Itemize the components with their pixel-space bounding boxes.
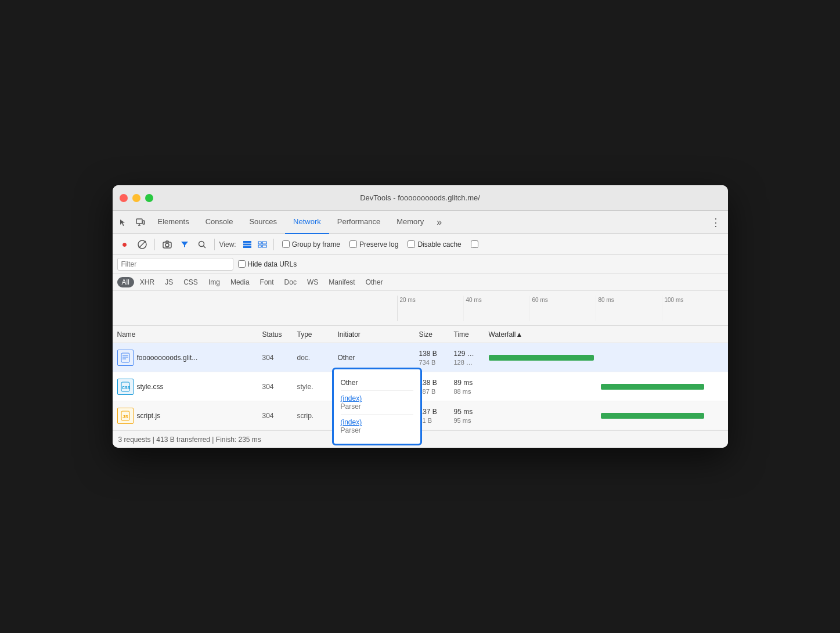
- row-2-status: 304: [258, 383, 293, 391]
- row-3-time: 95 ms 95 ms: [449, 408, 484, 424]
- resource-type-font[interactable]: Font: [255, 277, 279, 287]
- more-tabs-button[interactable]: »: [432, 217, 446, 228]
- tab-network[interactable]: Network: [285, 211, 329, 234]
- row-1-icon: [117, 350, 134, 366]
- col-header-size[interactable]: Size: [414, 330, 449, 339]
- svg-point-7: [165, 243, 169, 247]
- initiator-2-main[interactable]: (index): [341, 394, 413, 402]
- maximize-button[interactable]: [145, 194, 153, 202]
- ruler-100ms: 100 ms: [662, 296, 728, 321]
- resource-type-media[interactable]: Media: [226, 277, 254, 287]
- cursor-icon[interactable]: [115, 214, 131, 231]
- ruler-80ms: 80 ms: [596, 296, 662, 321]
- resource-type-ws[interactable]: WS: [302, 277, 323, 287]
- ruler-20ms: 20 ms: [398, 296, 464, 321]
- col-header-time[interactable]: Time: [449, 330, 484, 339]
- toolbar: ● View: Group by frame Preserve l: [113, 234, 728, 255]
- group-by-frame-checkbox[interactable]: Group by frame: [282, 240, 340, 249]
- disable-cache-checkbox[interactable]: Disable cache: [408, 240, 461, 249]
- row-3-status: 304: [258, 412, 293, 420]
- resource-type-js[interactable]: JS: [160, 277, 178, 287]
- svg-rect-11: [243, 243, 251, 245]
- col-header-type[interactable]: Type: [293, 330, 333, 339]
- view-tree-button[interactable]: [256, 238, 269, 251]
- initiator-3-main[interactable]: (index): [341, 418, 413, 426]
- search-button[interactable]: [194, 237, 210, 252]
- row-2-type: style.: [293, 383, 333, 391]
- filter-button[interactable]: [177, 237, 192, 252]
- extra-checkbox[interactable]: [471, 240, 478, 248]
- row-1-waterfall-bar-container: [489, 355, 723, 361]
- svg-line-9: [203, 246, 206, 248]
- filter-input[interactable]: [117, 258, 233, 271]
- row-2-icon: CSS: [117, 379, 134, 395]
- devtools-window: DevTools - fooooooooods.glitch.me/ Eleme…: [113, 185, 728, 448]
- network-table: Name Status Type Initiator Size Time Wat…: [113, 326, 728, 430]
- row-1-size: 138 B 734 B: [414, 350, 449, 366]
- tab-performance[interactable]: Performance: [329, 211, 388, 234]
- tab-memory[interactable]: Memory: [388, 211, 432, 234]
- row-1-type: doc.: [293, 354, 333, 362]
- tab-sources[interactable]: Sources: [241, 211, 285, 234]
- initiator-row-1: Other: [341, 375, 413, 391]
- row-2-name-cell: CSS style.css: [113, 379, 258, 395]
- device-icon[interactable]: [132, 214, 149, 231]
- table-header: Name Status Type Initiator Size Time Wat…: [113, 326, 728, 343]
- initiator-3-sub: Parser: [341, 426, 413, 434]
- timeline-area: 20 ms 40 ms 60 ms 80 ms 100 ms: [113, 291, 728, 326]
- svg-rect-15: [121, 353, 129, 362]
- hide-data-urls-checkbox[interactable]: Hide data URLs: [238, 260, 297, 268]
- toolbar-separator-3: [273, 239, 274, 250]
- col-header-name[interactable]: Name: [113, 330, 258, 339]
- initiator-2-sub: Parser: [341, 402, 413, 411]
- clear-button[interactable]: [135, 237, 150, 252]
- tab-console[interactable]: Console: [197, 211, 241, 234]
- resource-type-img[interactable]: Img: [204, 277, 225, 287]
- row-1-initiator: Other: [333, 354, 414, 362]
- minimize-button[interactable]: [132, 194, 140, 202]
- preserve-log-checkbox[interactable]: Preserve log: [349, 240, 398, 249]
- svg-point-8: [199, 241, 204, 246]
- row-3-name-cell: JS script.js: [113, 408, 258, 424]
- toolbar-separator-2: [214, 239, 215, 250]
- col-header-initiator[interactable]: Initiator: [333, 330, 414, 339]
- resource-type-doc[interactable]: Doc: [280, 277, 301, 287]
- row-1-filename: fooooooooods.glit...: [137, 354, 253, 362]
- row-3-waterfall-bar-container: [489, 413, 723, 419]
- resource-type-manifest[interactable]: Manifest: [324, 277, 359, 287]
- row-1-name-cell: fooooooooods.glit...: [113, 350, 258, 366]
- resource-type-other[interactable]: Other: [361, 277, 388, 287]
- svg-line-5: [139, 241, 146, 248]
- row-2-waterfall-bar-container: [489, 384, 723, 390]
- col-header-waterfall[interactable]: Waterfall ▲: [484, 330, 728, 339]
- camera-button[interactable]: [160, 237, 175, 252]
- tab-elements[interactable]: Elements: [150, 211, 197, 234]
- resource-type-all[interactable]: All: [117, 277, 134, 287]
- row-1-time: 129 … 128 …: [449, 350, 484, 366]
- ruler-40ms: 40 ms: [464, 296, 530, 321]
- resource-type-xhr[interactable]: XHR: [135, 277, 159, 287]
- svg-text:JS: JS: [122, 414, 128, 419]
- record-button[interactable]: ●: [117, 237, 132, 252]
- window-controls: [120, 194, 153, 202]
- resource-types-bar: All XHR JS CSS Img Media Font Doc WS Man…: [113, 274, 728, 291]
- col-header-status[interactable]: Status: [258, 330, 293, 339]
- svg-rect-10: [243, 241, 251, 243]
- view-list-button[interactable]: [241, 238, 254, 251]
- status-text: 3 requests | 413 B transferred | Finish:…: [118, 436, 261, 444]
- svg-rect-0: [136, 219, 142, 224]
- ruler-60ms: 60 ms: [530, 296, 596, 321]
- initiator-row-3: (index) Parser: [341, 415, 413, 438]
- row-2-waterfall: [484, 384, 728, 390]
- row-1-status: 304: [258, 354, 293, 362]
- svg-text:CSS: CSS: [122, 386, 131, 390]
- devtools-menu-icon[interactable]: ⋮: [706, 216, 726, 229]
- view-label: View:: [219, 240, 236, 249]
- svg-rect-12: [243, 246, 251, 248]
- row-3-waterfall: [484, 413, 728, 419]
- initiator-1-main: Other: [341, 379, 413, 387]
- resource-type-css[interactable]: CSS: [179, 277, 203, 287]
- row-3-waterfall-bar: [601, 413, 704, 419]
- row-2-waterfall-bar: [601, 384, 704, 390]
- close-button[interactable]: [120, 194, 128, 202]
